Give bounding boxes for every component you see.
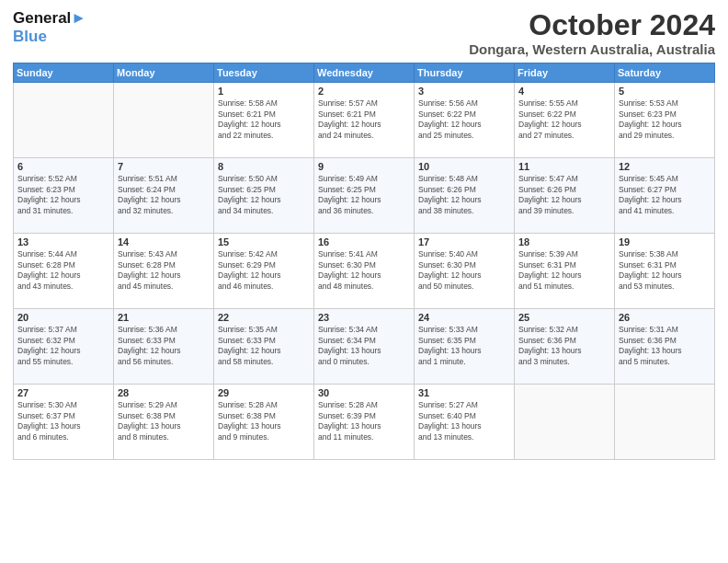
- day-number: 26: [619, 312, 711, 323]
- day-number: 2: [318, 86, 410, 97]
- calendar: Sunday Monday Tuesday Wednesday Thursday…: [13, 63, 715, 460]
- calendar-cell: [615, 385, 715, 460]
- calendar-cell: 27Sunrise: 5:30 AM Sunset: 6:37 PM Dayli…: [14, 385, 114, 460]
- calendar-week-2: 6Sunrise: 5:52 AM Sunset: 6:23 PM Daylig…: [14, 158, 715, 234]
- day-info: Sunrise: 5:42 AM Sunset: 6:29 PM Dayligh…: [218, 249, 310, 292]
- day-info: Sunrise: 5:41 AM Sunset: 6:30 PM Dayligh…: [318, 249, 410, 292]
- day-number: 31: [418, 387, 510, 398]
- day-number: 3: [418, 86, 510, 97]
- day-number: 12: [619, 161, 711, 172]
- logo: General► Blue: [13, 9, 86, 45]
- logo-line2: Blue: [13, 28, 86, 46]
- day-info: Sunrise: 5:53 AM Sunset: 6:23 PM Dayligh…: [619, 98, 711, 141]
- day-number: 10: [418, 161, 510, 172]
- calendar-cell: 13Sunrise: 5:44 AM Sunset: 6:28 PM Dayli…: [14, 234, 114, 309]
- calendar-cell: 2Sunrise: 5:57 AM Sunset: 6:21 PM Daylig…: [314, 83, 415, 158]
- calendar-cell: [515, 385, 615, 460]
- day-info: Sunrise: 5:35 AM Sunset: 6:33 PM Dayligh…: [218, 325, 310, 367]
- calendar-cell: 10Sunrise: 5:48 AM Sunset: 6:26 PM Dayli…: [415, 158, 515, 234]
- day-info: Sunrise: 5:31 AM Sunset: 6:36 PM Dayligh…: [619, 325, 711, 367]
- calendar-cell: 12Sunrise: 5:45 AM Sunset: 6:27 PM Dayli…: [615, 158, 715, 234]
- day-info: Sunrise: 5:43 AM Sunset: 6:28 PM Dayligh…: [118, 249, 210, 292]
- calendar-cell: 29Sunrise: 5:28 AM Sunset: 6:38 PM Dayli…: [214, 385, 314, 460]
- calendar-cell: 26Sunrise: 5:31 AM Sunset: 6:36 PM Dayli…: [615, 309, 715, 385]
- day-info: Sunrise: 5:33 AM Sunset: 6:35 PM Dayligh…: [418, 325, 510, 367]
- day-number: 1: [218, 86, 310, 97]
- calendar-cell: 4Sunrise: 5:55 AM Sunset: 6:22 PM Daylig…: [515, 83, 615, 158]
- day-number: 4: [518, 86, 610, 97]
- day-number: 20: [17, 312, 109, 323]
- calendar-week-4: 20Sunrise: 5:37 AM Sunset: 6:32 PM Dayli…: [14, 309, 715, 385]
- day-number: 18: [518, 236, 610, 247]
- day-info: Sunrise: 5:49 AM Sunset: 6:25 PM Dayligh…: [318, 174, 410, 216]
- calendar-cell: [114, 83, 214, 158]
- calendar-cell: 1Sunrise: 5:58 AM Sunset: 6:21 PM Daylig…: [214, 83, 314, 158]
- calendar-week-5: 27Sunrise: 5:30 AM Sunset: 6:37 PM Dayli…: [14, 385, 715, 460]
- day-number: 15: [218, 236, 310, 247]
- day-number: 25: [518, 312, 610, 323]
- calendar-cell: 22Sunrise: 5:35 AM Sunset: 6:33 PM Dayli…: [214, 309, 314, 385]
- day-info: Sunrise: 5:57 AM Sunset: 6:21 PM Dayligh…: [318, 98, 410, 141]
- col-wednesday: Wednesday: [314, 63, 415, 83]
- calendar-cell: 31Sunrise: 5:27 AM Sunset: 6:40 PM Dayli…: [415, 385, 515, 460]
- calendar-cell: 15Sunrise: 5:42 AM Sunset: 6:29 PM Dayli…: [214, 234, 314, 309]
- col-saturday: Saturday: [615, 63, 715, 83]
- calendar-cell: 11Sunrise: 5:47 AM Sunset: 6:26 PM Dayli…: [515, 158, 615, 234]
- calendar-cell: 18Sunrise: 5:39 AM Sunset: 6:31 PM Dayli…: [515, 234, 615, 309]
- day-number: 17: [418, 236, 510, 247]
- calendar-cell: 14Sunrise: 5:43 AM Sunset: 6:28 PM Dayli…: [114, 234, 214, 309]
- calendar-cell: 23Sunrise: 5:34 AM Sunset: 6:34 PM Dayli…: [314, 309, 415, 385]
- day-info: Sunrise: 5:48 AM Sunset: 6:26 PM Dayligh…: [418, 174, 510, 216]
- day-info: Sunrise: 5:51 AM Sunset: 6:24 PM Dayligh…: [118, 174, 210, 216]
- day-info: Sunrise: 5:38 AM Sunset: 6:31 PM Dayligh…: [619, 249, 711, 292]
- day-info: Sunrise: 5:37 AM Sunset: 6:32 PM Dayligh…: [17, 325, 109, 367]
- day-number: 30: [318, 387, 410, 398]
- logo-icon-shape: ►: [71, 9, 86, 27]
- day-info: Sunrise: 5:50 AM Sunset: 6:25 PM Dayligh…: [218, 174, 310, 216]
- day-number: 8: [218, 161, 310, 172]
- day-info: Sunrise: 5:32 AM Sunset: 6:36 PM Dayligh…: [518, 325, 610, 367]
- day-number: 21: [118, 312, 210, 323]
- col-sunday: Sunday: [14, 63, 114, 83]
- day-info: Sunrise: 5:27 AM Sunset: 6:40 PM Dayligh…: [418, 400, 510, 442]
- calendar-cell: 16Sunrise: 5:41 AM Sunset: 6:30 PM Dayli…: [314, 234, 415, 309]
- main-title: October 2024: [469, 9, 715, 41]
- calendar-cell: 21Sunrise: 5:36 AM Sunset: 6:33 PM Dayli…: [114, 309, 214, 385]
- day-info: Sunrise: 5:52 AM Sunset: 6:23 PM Dayligh…: [17, 174, 109, 216]
- day-number: 9: [318, 161, 410, 172]
- day-number: 29: [218, 387, 310, 398]
- day-info: Sunrise: 5:45 AM Sunset: 6:27 PM Dayligh…: [619, 174, 711, 216]
- calendar-cell: 8Sunrise: 5:50 AM Sunset: 6:25 PM Daylig…: [214, 158, 314, 234]
- day-number: 27: [17, 387, 109, 398]
- day-number: 16: [318, 236, 410, 247]
- calendar-cell: 28Sunrise: 5:29 AM Sunset: 6:38 PM Dayli…: [114, 385, 214, 460]
- day-number: 6: [17, 161, 109, 172]
- calendar-header-row: Sunday Monday Tuesday Wednesday Thursday…: [14, 63, 715, 83]
- day-info: Sunrise: 5:40 AM Sunset: 6:30 PM Dayligh…: [418, 249, 510, 292]
- day-info: Sunrise: 5:28 AM Sunset: 6:38 PM Dayligh…: [218, 400, 310, 442]
- day-info: Sunrise: 5:34 AM Sunset: 6:34 PM Dayligh…: [318, 325, 410, 367]
- calendar-cell: 19Sunrise: 5:38 AM Sunset: 6:31 PM Dayli…: [615, 234, 715, 309]
- day-info: Sunrise: 5:55 AM Sunset: 6:22 PM Dayligh…: [518, 98, 610, 141]
- calendar-cell: [14, 83, 114, 158]
- calendar-cell: 17Sunrise: 5:40 AM Sunset: 6:30 PM Dayli…: [415, 234, 515, 309]
- day-number: 23: [318, 312, 410, 323]
- calendar-cell: 24Sunrise: 5:33 AM Sunset: 6:35 PM Dayli…: [415, 309, 515, 385]
- calendar-cell: 20Sunrise: 5:37 AM Sunset: 6:32 PM Dayli…: [14, 309, 114, 385]
- day-info: Sunrise: 5:44 AM Sunset: 6:28 PM Dayligh…: [17, 249, 109, 292]
- calendar-week-3: 13Sunrise: 5:44 AM Sunset: 6:28 PM Dayli…: [14, 234, 715, 309]
- header: General► Blue October 2024 Dongara, West…: [13, 9, 715, 57]
- day-info: Sunrise: 5:29 AM Sunset: 6:38 PM Dayligh…: [118, 400, 210, 442]
- page: General► Blue October 2024 Dongara, West…: [0, 0, 728, 563]
- day-number: 11: [518, 161, 610, 172]
- col-monday: Monday: [114, 63, 214, 83]
- calendar-cell: 6Sunrise: 5:52 AM Sunset: 6:23 PM Daylig…: [14, 158, 114, 234]
- day-number: 22: [218, 312, 310, 323]
- day-info: Sunrise: 5:58 AM Sunset: 6:21 PM Dayligh…: [218, 98, 310, 141]
- day-info: Sunrise: 5:30 AM Sunset: 6:37 PM Dayligh…: [17, 400, 109, 442]
- day-info: Sunrise: 5:39 AM Sunset: 6:31 PM Dayligh…: [518, 249, 610, 292]
- day-number: 14: [118, 236, 210, 247]
- col-thursday: Thursday: [415, 63, 515, 83]
- calendar-cell: 9Sunrise: 5:49 AM Sunset: 6:25 PM Daylig…: [314, 158, 415, 234]
- day-number: 7: [118, 161, 210, 172]
